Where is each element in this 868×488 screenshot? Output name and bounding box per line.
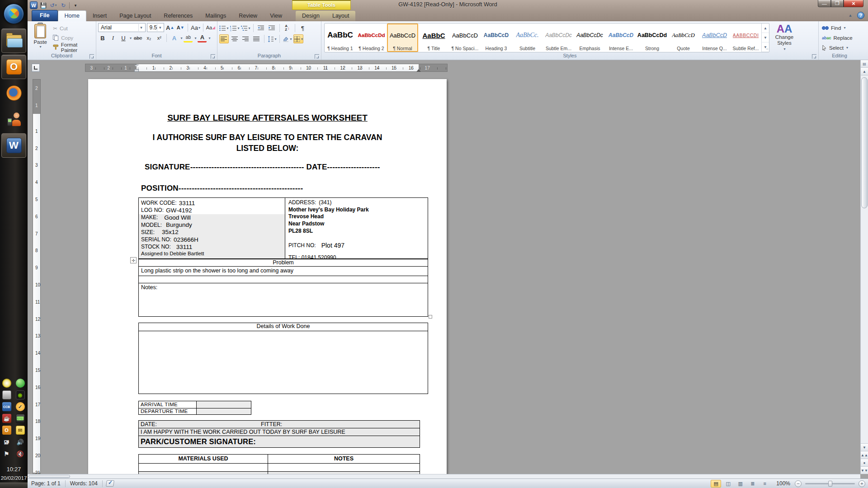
show-hide-pilcrow-button[interactable]: ¶ [298,23,307,33]
tray-action-center-flag-icon[interactable]: ⚑ [2,449,11,458]
style-no-spacing[interactable]: AaBbCcD¶ No Spaci... [449,23,481,52]
close-button[interactable]: × [844,0,863,7]
outline-view-button[interactable]: ≣ [747,480,758,488]
tab-design[interactable]: Design [296,11,326,21]
tray-volume-icon[interactable]: 🔊 [16,437,25,446]
strikethrough-button[interactable]: abe [133,33,143,42]
next-page-icon[interactable]: ▼▼ [861,466,868,474]
style-intense-emphasis[interactable]: AaBbCcDIntense E... [605,23,637,52]
taskbar-clock-time[interactable]: 10:27 [0,466,28,473]
style-emphasis[interactable]: AaBbCcDcEmphasis [574,23,605,52]
tab-page-layout[interactable]: Page Layout [113,11,157,21]
underline-dropdown-icon[interactable]: ▾ [130,36,132,40]
align-left-button[interactable] [219,34,229,43]
numbering-button[interactable]: ▾ [230,23,240,33]
h-ruler[interactable]: 3211234567891011121314151617 [85,64,448,72]
tab-stop-selector[interactable] [32,64,40,72]
scroll-down-icon[interactable]: ▼ [861,443,868,451]
sort-button[interactable]: AZ↓ [283,23,292,33]
table-move-handle-icon[interactable]: ✛ [130,257,137,263]
replace-button[interactable]: abacReplace [822,34,859,42]
gallery-scroll-up-icon[interactable]: ▲ [762,23,769,33]
document-page[interactable]: SURF BAY LEISURE AFTERSALES WORKSHEET I … [88,79,447,479]
find-button[interactable]: Find▾ [822,24,859,32]
restore-button[interactable]: ❐ [831,0,844,7]
taskbar-item-outlook[interactable]: O [1,55,26,79]
format-painter-button[interactable]: Format Painter [53,43,94,52]
bullets-button[interactable]: ▾ [219,23,229,33]
paste-button[interactable]: Paste ▾ [29,23,51,53]
table-resize-handle[interactable] [429,315,432,319]
font-dialog-launcher[interactable] [211,54,215,59]
view-ruler-toggle-icon[interactable]: ▤ [861,60,868,68]
taskbar-clock-date[interactable]: 20/02/2017 [0,475,28,481]
text-effects-button[interactable]: A [170,33,179,42]
tab-insert[interactable]: Insert [86,11,113,21]
tab-references[interactable]: References [157,11,199,21]
tray-mail-icon[interactable]: ✉ [16,426,25,435]
style-subtle-emphasis[interactable]: AaBbCcDcSubtle Em... [543,23,574,52]
increase-indent-button[interactable] [267,23,277,33]
web-layout-view-button[interactable]: ▥ [735,480,745,488]
bold-button[interactable]: B [98,33,107,42]
align-center-button[interactable] [230,34,240,43]
font-family-combo[interactable]: Arial▾ [98,23,146,32]
font-color-button[interactable]: A [198,33,207,42]
scroll-up-icon[interactable]: ▲ [861,68,868,75]
change-styles-button[interactable]: AA Change Styles ▾ [770,23,798,53]
paragraph-dialog-launcher[interactable] [315,54,319,59]
copy-button[interactable]: Copy [53,34,94,42]
superscript-button[interactable]: x² [155,33,164,42]
tab-layout[interactable]: Layout [326,11,356,21]
page-count[interactable]: Page: 1 of 1 [30,480,61,487]
word-count[interactable]: Words: 104 [69,480,99,487]
tray-java-icon[interactable]: ☕ [2,414,11,423]
taskbar-item-contacts[interactable] [1,107,26,131]
style-quote[interactable]: AaBbCcDQuote [668,23,699,52]
taskbar-item-firefox[interactable] [1,81,26,105]
italic-button[interactable]: I [108,33,118,42]
tab-mailings[interactable]: Mailings [199,11,232,21]
spellcheck-status-icon[interactable]: ✓ [106,480,114,487]
zoom-slider-thumb[interactable] [828,481,832,487]
borders-button[interactable]: ▾ [293,34,303,43]
tray-nvidia-icon[interactable]: ◉ [16,390,25,399]
tray-status-green-icon[interactable] [16,379,25,388]
style-intense-quote[interactable]: AaBbCcDIntense Q... [699,23,730,52]
tray-muted-speaker-icon[interactable]: 🔇 [16,449,25,458]
font-size-combo[interactable]: 9.5▾ [147,23,165,32]
justify-button[interactable] [252,34,261,43]
scrollbar-thumb[interactable] [28,475,70,478]
zoom-slider[interactable] [805,483,855,484]
left-indent-marker[interactable] [134,69,139,72]
full-screen-reading-view-button[interactable]: ◫ [723,480,733,488]
change-case-button[interactable]: Aa▾ [191,23,200,32]
align-right-button[interactable] [241,34,250,43]
clear-formatting-button[interactable]: Aa◢ [206,23,215,32]
right-indent-marker[interactable] [416,69,421,72]
help-icon[interactable]: ? [857,12,864,19]
style-heading-1[interactable]: AaBbC¶ Heading 1 [325,23,356,52]
cut-button[interactable]: ✂Cut [53,24,94,33]
taskbar-item-word[interactable]: W [1,133,26,158]
zoom-in-button[interactable]: + [859,480,865,487]
style-heading-2[interactable]: AaBbCcDd¶ Heading 2 [356,23,387,52]
vertical-scrollbar[interactable]: ▤ ▲ ▼ ▲▲ ● ▼▼ [860,60,868,474]
clipboard-dialog-launcher[interactable] [90,54,94,59]
gallery-scroll-down-icon[interactable]: ▼ [762,33,769,42]
scrollbar-thumb[interactable] [861,77,868,208]
zoom-out-button[interactable]: − [795,480,802,487]
style-subtle-reference[interactable]: AABBCCDISubtle Ref... [730,23,761,52]
tray-clock-icon[interactable] [2,379,11,388]
line-spacing-button[interactable]: ▾ [267,34,277,43]
minimize-button[interactable]: — [818,0,831,7]
tray-keyboard-icon[interactable]: ⌨ [16,414,25,423]
shading-button[interactable]: ▾ [283,34,292,43]
style-normal[interactable]: AaBbCcD¶ Normal [387,23,418,52]
show-desktop-button[interactable] [0,483,28,488]
style-strong[interactable]: AaBbCcDdStrong [637,23,668,52]
v-ruler[interactable]: 21123456789101112131415161718192021 [33,79,41,479]
start-button[interactable] [4,4,24,24]
tray-network-icon[interactable]: 🖳 [2,437,11,446]
tab-home[interactable]: Home [58,10,86,21]
